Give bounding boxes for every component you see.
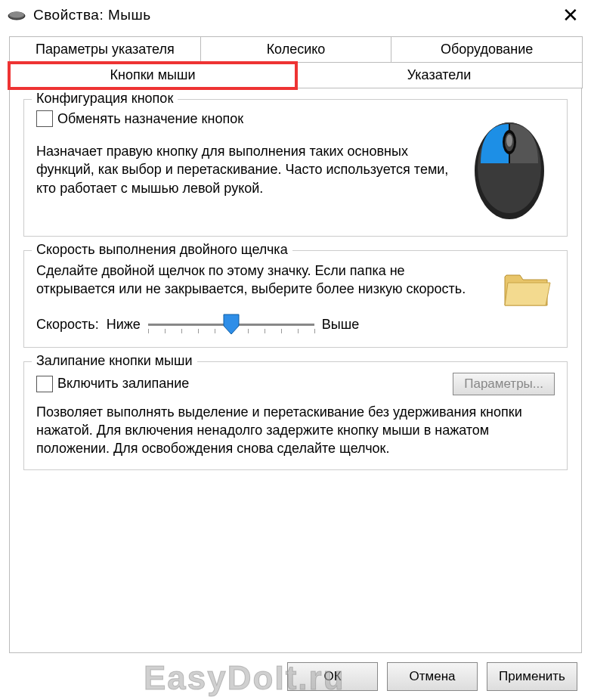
- mouse-preview-image: [464, 110, 555, 224]
- tab-wheel[interactable]: Колесико: [200, 36, 392, 63]
- group-button-config-legend: Конфигурация кнопок: [32, 91, 178, 107]
- tab-hardware[interactable]: Оборудование: [391, 36, 583, 63]
- group-clicklock: Залипание кнопки мыши Включить залипание…: [23, 361, 568, 471]
- cancel-button[interactable]: Отмена: [387, 662, 478, 691]
- speed-low-label: Ниже: [107, 317, 141, 333]
- swap-buttons-label: Обменять назначение кнопок: [57, 111, 243, 127]
- svg-point-7: [506, 135, 512, 147]
- doubleclick-description: Сделайте двойной щелчок по этому значку.…: [36, 262, 482, 299]
- close-button[interactable]: ✕: [558, 5, 583, 25]
- speed-high-label: Выше: [322, 317, 359, 333]
- doubleclick-test-folder-icon[interactable]: [500, 262, 555, 314]
- tab-buttons[interactable]: Кнопки мыши: [9, 63, 296, 88]
- doubleclick-speed-slider[interactable]: [148, 315, 314, 335]
- tab-strip: Параметры указателя Колесико Оборудовани…: [0, 30, 591, 88]
- tab-content: Конфигурация кнопок Обменять назначение …: [9, 88, 582, 653]
- ok-button[interactable]: ОК: [287, 662, 378, 691]
- svg-point-1: [9, 12, 24, 18]
- slider-thumb[interactable]: [223, 314, 240, 335]
- group-clicklock-legend: Залипание кнопки мыши: [32, 353, 197, 369]
- mouse-sysicon: [8, 11, 26, 20]
- mouse-properties-window: Свойства: Мышь ✕ Параметры указателя Кол…: [0, 0, 591, 700]
- titlebar: Свойства: Мышь ✕: [0, 0, 591, 30]
- group-doubleclick-legend: Скорость выполнения двойного щелчка: [32, 242, 292, 258]
- svg-marker-8: [224, 314, 239, 334]
- enable-clicklock-checkbox[interactable]: [36, 376, 53, 392]
- tab-pointers[interactable]: Указатели: [296, 63, 583, 88]
- swap-buttons-description: Назначает правую кнопку для выполнения т…: [36, 142, 453, 197]
- group-button-config: Конфигурация кнопок Обменять назначение …: [23, 99, 568, 237]
- speed-prefix-label: Скорость:: [36, 317, 99, 333]
- dialog-button-row: EasyDoIt.ru ОК Отмена Применить: [0, 653, 591, 700]
- clicklock-params-button[interactable]: Параметры...: [453, 373, 555, 395]
- enable-clicklock-label: Включить залипание: [57, 376, 189, 392]
- swap-buttons-checkbox[interactable]: [36, 110, 53, 127]
- tab-pointer-options[interactable]: Параметры указателя: [9, 36, 201, 63]
- clicklock-description: Позволяет выполнять выделение и перетаск…: [36, 403, 555, 458]
- apply-button[interactable]: Применить: [487, 662, 577, 691]
- group-doubleclick-speed: Скорость выполнения двойного щелчка Сдел…: [23, 250, 568, 348]
- window-title: Свойства: Мышь: [33, 7, 151, 23]
